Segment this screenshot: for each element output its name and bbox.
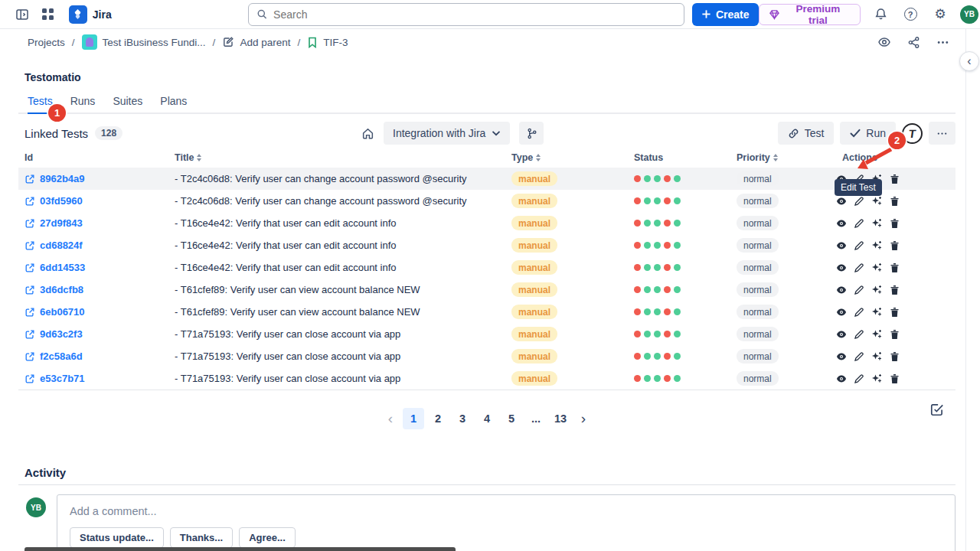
checklist-icon[interactable] (929, 402, 945, 420)
jira-logo-icon[interactable] (69, 5, 87, 24)
table-row[interactable]: 03fd5960 - T2c4c06d8: Verify user can ch… (18, 190, 956, 212)
next-page-icon[interactable]: › (574, 408, 593, 429)
test-id-link[interactable]: 27d9f843 (24, 217, 175, 229)
col-type[interactable]: Type (511, 152, 634, 163)
ai-sparkles-icon[interactable] (871, 218, 882, 229)
tab-plans[interactable]: Plans (160, 95, 187, 114)
delete-trash-icon[interactable] (889, 351, 900, 362)
view-eye-icon[interactable] (836, 373, 847, 384)
delete-trash-icon[interactable] (889, 285, 900, 295)
comment-placeholder[interactable]: Add a comment... (70, 505, 942, 517)
delete-trash-icon[interactable] (889, 240, 900, 251)
delete-trash-icon[interactable] (889, 373, 900, 384)
delete-trash-icon[interactable] (889, 262, 900, 273)
page-button-13[interactable]: 13 (550, 408, 571, 429)
table-row[interactable]: e53c7b71 - T71a75193: Verify user can cl… (18, 367, 956, 390)
home-icon[interactable] (361, 127, 374, 140)
comment-box[interactable]: Add a comment... Status update... Thanks… (57, 494, 956, 551)
branch-icon[interactable] (519, 122, 544, 145)
ai-sparkles-icon[interactable] (871, 351, 882, 362)
tab-suites[interactable]: Suites (113, 95, 142, 114)
breadcrumb-add-parent[interactable]: Add parent (222, 36, 290, 48)
table-row[interactable]: 9d63c2f3 - T71a75193: Verify user can cl… (18, 323, 956, 345)
view-eye-icon[interactable] (836, 285, 847, 295)
edit-pencil-icon[interactable] (854, 262, 864, 273)
delete-trash-icon[interactable] (889, 174, 900, 184)
view-eye-icon[interactable] (836, 262, 847, 273)
col-status[interactable]: Status (634, 152, 737, 163)
test-id-link[interactable]: 8962b4a9 (24, 173, 175, 184)
ai-sparkles-icon[interactable] (871, 373, 882, 384)
edit-pencil-icon[interactable] (854, 240, 864, 251)
integration-select[interactable]: Integration with Jira (384, 122, 510, 145)
col-title[interactable]: Title (175, 152, 511, 163)
test-button[interactable]: Test (778, 122, 835, 145)
ai-sparkles-icon[interactable] (871, 329, 882, 340)
test-id-link[interactable]: 03fd5960 (24, 195, 175, 207)
delete-trash-icon[interactable] (889, 196, 900, 207)
user-avatar[interactable]: YB (960, 5, 978, 24)
collapse-panel-icon[interactable]: ‹ (959, 51, 979, 71)
ai-sparkles-icon[interactable] (871, 307, 882, 318)
delete-trash-icon[interactable] (889, 218, 900, 229)
edit-pencil-icon[interactable] (854, 285, 864, 295)
watch-eye-icon[interactable] (874, 32, 894, 52)
page-button-4[interactable]: 4 (476, 408, 498, 429)
view-eye-icon[interactable] (836, 307, 847, 318)
quick-reply-agree[interactable]: Agree... (239, 527, 296, 548)
edit-pencil-icon[interactable] (854, 351, 864, 362)
breadcrumb-issue[interactable]: TIF-3 (307, 37, 348, 48)
edit-pencil-icon[interactable] (854, 329, 864, 340)
table-row[interactable]: 8962b4a9 - T2c4c06d8: Verify user can ch… (18, 168, 956, 190)
test-id-link[interactable]: e53c7b71 (24, 373, 175, 384)
search-field[interactable] (248, 3, 684, 26)
view-eye-icon[interactable] (836, 196, 847, 207)
test-id-link[interactable]: 6dd14533 (24, 262, 175, 273)
table-row[interactable]: 27d9f843 - T16ce4e42: Verify that user c… (18, 212, 956, 234)
test-id-link[interactable]: 6eb06710 (24, 306, 175, 318)
breadcrumb-projects[interactable]: Projects (28, 37, 65, 48)
table-row[interactable]: f2c58a6d - T71a75193: Verify user can cl… (18, 345, 956, 367)
col-priority[interactable]: Priority (737, 152, 842, 163)
test-id-link[interactable]: f2c58a6d (24, 350, 175, 362)
ai-sparkles-icon[interactable] (871, 285, 882, 295)
col-id[interactable]: Id (24, 152, 175, 163)
test-id-link[interactable]: 9d63c2f3 (24, 328, 175, 340)
view-eye-icon[interactable] (836, 351, 847, 362)
share-icon[interactable] (903, 32, 923, 52)
app-switcher-icon[interactable] (38, 5, 58, 24)
delete-trash-icon[interactable] (889, 329, 900, 340)
create-button[interactable]: Create (692, 3, 759, 26)
page-button-2[interactable]: 2 (427, 408, 449, 429)
more-actions-icon[interactable] (933, 32, 952, 52)
edit-pencil-icon[interactable] (854, 196, 864, 207)
page-button-3[interactable]: 3 (452, 408, 473, 429)
notifications-icon[interactable] (871, 5, 890, 24)
edit-pencil-icon[interactable] (854, 307, 864, 318)
premium-trial-button[interactable]: Premium trial (759, 4, 861, 25)
table-row[interactable]: 6eb06710 - T61cfef89: Verify user can vi… (18, 301, 956, 323)
panel-more-icon[interactable] (929, 122, 956, 145)
edit-pencil-icon[interactable] (854, 373, 864, 384)
quick-reply-thanks[interactable]: Thanks... (170, 527, 233, 548)
test-id-link[interactable]: cd68824f (24, 240, 175, 251)
prev-page-icon[interactable]: ‹ (381, 408, 400, 429)
delete-trash-icon[interactable] (889, 307, 900, 318)
page-button-5[interactable]: 5 (501, 408, 522, 429)
table-row[interactable]: 3d6dcfb8 - T61cfef89: Verify user can vi… (18, 279, 956, 301)
ai-sparkles-icon[interactable] (871, 196, 882, 207)
help-icon[interactable]: ? (900, 5, 920, 24)
view-eye-icon[interactable] (836, 240, 847, 251)
tab-runs[interactable]: Runs (70, 95, 96, 114)
breadcrumb-project[interactable]: Test iBusiness Fundi... (82, 34, 206, 50)
edit-pencil-icon[interactable] (854, 218, 864, 229)
test-id-link[interactable]: 3d6dcfb8 (24, 284, 175, 295)
sidebar-toggle-icon[interactable] (12, 5, 32, 24)
page-button-1[interactable]: 1 (403, 408, 424, 429)
view-eye-icon[interactable] (836, 329, 847, 340)
view-eye-icon[interactable] (836, 218, 847, 229)
ai-sparkles-icon[interactable] (871, 240, 882, 251)
quick-reply-status-update[interactable]: Status update... (70, 527, 164, 548)
table-row[interactable]: 6dd14533 - T16ce4e42: Verify that user c… (18, 256, 956, 279)
search-input[interactable] (273, 8, 676, 21)
